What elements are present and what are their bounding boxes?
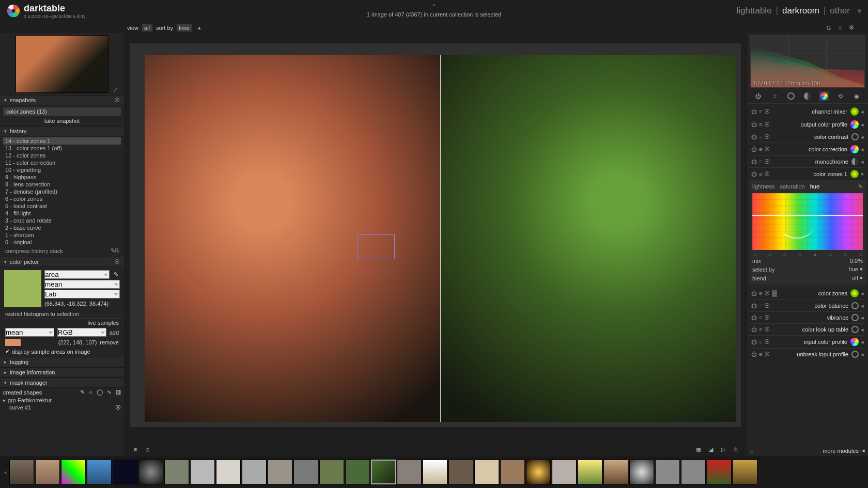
- snapshot-item[interactable]: color zones (13): [3, 107, 121, 116]
- filmstrip-thumb[interactable]: [319, 460, 344, 484]
- history-item[interactable]: 9 - highpass: [3, 174, 121, 181]
- color-picker-reset-icon[interactable]: ⦿: [114, 259, 120, 265]
- history-item[interactable]: 7 - denoise (profiled): [3, 188, 121, 195]
- history-item[interactable]: 0 - original: [3, 239, 121, 246]
- module-row[interactable]: ⏻≡⦿ color zones 1 ▾: [749, 167, 866, 180]
- filmstrip-thumb[interactable]: [707, 460, 732, 484]
- history-item[interactable]: 5 - local contrast: [3, 202, 121, 210]
- group-icon[interactable]: G: [825, 24, 833, 32]
- filmstrip-thumb[interactable]: [474, 460, 499, 484]
- cz-tab-hue[interactable]: hue: [810, 183, 819, 190]
- sample-space-select[interactable]: RGB: [57, 328, 106, 337]
- filmstrip-thumb[interactable]: [138, 460, 163, 484]
- mask-item-reset-icon[interactable]: ⦿: [115, 404, 121, 411]
- snapshots-header[interactable]: ▾snapshots ⦿: [0, 95, 124, 105]
- picker-area-rect[interactable]: [358, 234, 395, 259]
- history-item[interactable]: 12 - color zones: [3, 152, 121, 159]
- mask-curve-item[interactable]: curve #1: [9, 404, 31, 411]
- filmstrip-thumb[interactable]: [293, 460, 318, 484]
- snapshots-reset-icon[interactable]: ⦿: [114, 97, 120, 103]
- module-row[interactable]: ⏻≡⦿ color balance ◂: [749, 300, 866, 311]
- filmstrip-thumb[interactable]: [578, 460, 602, 484]
- cz-select-dropdown[interactable]: ▾: [860, 266, 863, 272]
- create-style-icon[interactable]: ✎⎘: [111, 247, 119, 254]
- add-sample-button[interactable]: add: [110, 329, 119, 336]
- mask-ellipse-icon[interactable]: ◯: [97, 389, 103, 396]
- overexposed-icon[interactable]: ▦: [694, 445, 703, 453]
- history-item[interactable]: 11 - color correction: [3, 159, 121, 166]
- view-other[interactable]: other: [830, 6, 850, 16]
- module-power-icon[interactable]: ⏻: [751, 108, 757, 115]
- sample-stat-select[interactable]: mean: [5, 328, 54, 337]
- main-image[interactable]: [145, 55, 736, 422]
- mask-manager-header[interactable]: ▾mask manager: [0, 377, 124, 388]
- group-color-icon[interactable]: [819, 91, 829, 101]
- filmstrip-thumb[interactable]: [681, 460, 706, 484]
- group-basic-icon[interactable]: [786, 91, 796, 101]
- module-row[interactable]: ⏻≡⦿ input color profile ◂: [749, 335, 866, 348]
- mask-path-icon[interactable]: ∿: [107, 389, 112, 396]
- sort-direction-icon[interactable]: ▴: [195, 24, 204, 32]
- sort-select[interactable]: time: [176, 24, 192, 32]
- filmstrip-thumb[interactable]: [345, 460, 370, 484]
- filmstrip-thumb[interactable]: [655, 460, 680, 484]
- filmstrip-thumb[interactable]: [216, 460, 241, 484]
- snapshot-split-line[interactable]: [440, 55, 441, 422]
- cz-tab-lightness[interactable]: lightness: [752, 183, 774, 190]
- softproof-icon[interactable]: ▷: [719, 445, 727, 453]
- filmstrip-thumb[interactable]: [268, 460, 292, 484]
- presets-icon[interactable]: ≡: [131, 445, 140, 453]
- filmstrip-thumb[interactable]: [87, 460, 112, 484]
- mask-circle-icon[interactable]: ○: [89, 389, 92, 396]
- filmstrip-thumb[interactable]: [526, 460, 551, 484]
- filmstrip-thumb[interactable]: [242, 460, 267, 484]
- mask-group-item[interactable]: grp Farbkorrektur: [8, 397, 52, 403]
- history-item[interactable]: 14 - color zones 1: [3, 137, 121, 145]
- navigation-thumbnail[interactable]: [16, 35, 109, 93]
- group-tone-icon[interactable]: [802, 91, 813, 101]
- group-favorites-icon[interactable]: ☆: [770, 91, 780, 101]
- mask-gradient-icon[interactable]: ▥: [116, 389, 121, 396]
- compress-history-button[interactable]: compress history stack: [5, 248, 63, 254]
- tagging-header[interactable]: ▸tagging: [0, 357, 124, 367]
- filmstrip-thumb[interactable]: [113, 460, 137, 484]
- module-row[interactable]: ⏻≡⦿ monochrome ◂: [749, 155, 866, 167]
- module-row[interactable]: ⏻≡⦿ vibrance ◂: [749, 311, 866, 323]
- history-item[interactable]: 2 - base curve: [3, 224, 121, 231]
- cz-blend-dropdown[interactable]: ▾: [860, 275, 863, 281]
- star-overlay-icon[interactable]: ☆: [836, 24, 844, 32]
- filmstrip-thumb[interactable]: [629, 460, 654, 484]
- module-row[interactable]: ⏻≡⦿ channel mixer ◂: [749, 105, 866, 118]
- module-row[interactable]: ⏻≡⦿ output color profile ◂: [749, 118, 866, 131]
- module-expand-icon[interactable]: ◂: [861, 108, 864, 115]
- clipping-icon[interactable]: ◪: [707, 445, 715, 453]
- filmstrip-thumb[interactable]: [448, 460, 473, 484]
- color-picker-header[interactable]: ▾color picker ⦿: [0, 257, 124, 267]
- module-row[interactable]: ⏻≡⦿ color look up table ◂: [749, 323, 866, 335]
- group-effect-icon[interactable]: ◉: [851, 91, 862, 101]
- group-correct-icon[interactable]: ⟲: [835, 91, 845, 101]
- history-header[interactable]: ▾history: [0, 126, 124, 136]
- display-samples-checkbox[interactable]: ✔: [5, 348, 10, 355]
- history-item[interactable]: 1 - sharpen: [3, 231, 121, 239]
- filmstrip-thumb[interactable]: [397, 460, 422, 484]
- module-row[interactable]: ⏻≡⦿ color contrast ◂: [749, 131, 866, 143]
- preferences-gear-icon[interactable]: ⚙: [847, 24, 856, 32]
- more-modules-expand-icon[interactable]: ≡: [750, 448, 753, 454]
- histogram[interactable]: 1/640 f/4.0 102mm iso 100: [750, 35, 865, 88]
- filmstrip-thumb[interactable]: [61, 460, 86, 484]
- filmstrip-thumb[interactable]: [500, 460, 525, 484]
- restrict-histogram-label[interactable]: restrict histogram to selection: [3, 310, 121, 318]
- history-item[interactable]: 8 - lens correction: [3, 181, 121, 188]
- color-zones-graph[interactable]: [752, 193, 863, 250]
- view-filter-select[interactable]: all: [142, 24, 153, 32]
- filmstrip-thumb[interactable]: [164, 460, 189, 484]
- filmstrip-thumb[interactable]: [733, 460, 757, 484]
- thumb-expand-icon[interactable]: ⤢: [113, 86, 118, 93]
- history-item[interactable]: 6 - color zones: [3, 195, 121, 202]
- filmstrip-scroll-left[interactable]: ◂: [2, 469, 8, 476]
- cz-eyedropper-icon[interactable]: ✎: [858, 183, 863, 190]
- more-modules-button[interactable]: more modules: [823, 448, 859, 454]
- image-info-header[interactable]: ▸image information: [0, 367, 124, 377]
- filmstrip-thumb[interactable]: [9, 460, 34, 484]
